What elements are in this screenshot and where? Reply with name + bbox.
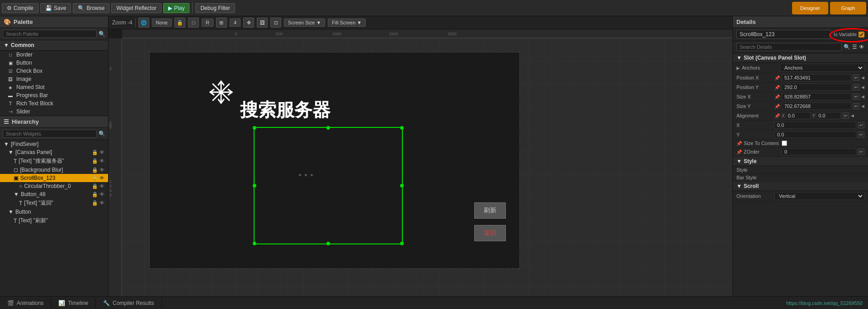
bottom-url[interactable]: https://blog.csdn.net/qq_52269550	[786, 300, 868, 306]
position-y-input[interactable]	[782, 84, 851, 91]
handle-top[interactable]	[326, 126, 330, 130]
debug-filter-button[interactable]: Debug Filter	[195, 3, 235, 13]
palette-search-input[interactable]	[3, 30, 97, 38]
lock-vp-btn[interactable]: 🔒	[175, 18, 185, 28]
anchors-dropdown[interactable]: Anchors	[780, 64, 864, 72]
item-icons: 🔒 👁	[92, 175, 104, 181]
bar-style-label: Bar Style	[736, 175, 773, 180]
handle-right[interactable]	[400, 184, 404, 187]
handle-left[interactable]	[253, 184, 256, 187]
hierarchy-item-scrollbox[interactable]: ▣ ScrollBox_123 🔒 👁	[0, 174, 108, 182]
palette-item-button[interactable]: ▣ Button	[0, 59, 108, 67]
back-button[interactable]: 返回	[474, 225, 506, 241]
alignment-label: Alignment	[736, 113, 773, 118]
none-btn[interactable]: None	[152, 19, 172, 27]
reset-zorder-btn[interactable]: ↩	[858, 149, 864, 155]
alignment-y-input[interactable]	[816, 112, 841, 119]
y-input[interactable]	[774, 131, 856, 138]
hierarchy-item-text-search[interactable]: T [Text] "搜索服务器" 🔒 👁	[0, 156, 108, 166]
position-x-input[interactable]	[782, 74, 851, 81]
text-icon: T	[14, 218, 17, 224]
square-btn[interactable]: □	[188, 18, 199, 28]
save-button[interactable]: 💾 Save	[40, 3, 71, 13]
move-btn[interactable]: ✥	[243, 18, 254, 28]
globe-btn[interactable]: 🌐	[138, 18, 149, 28]
hierarchy-item-circular-throbber[interactable]: ○ CircularThrobber_0 🔒 👁	[0, 182, 108, 190]
compile-button[interactable]: ⚙ Compile	[2, 3, 38, 13]
handle-tr[interactable]	[400, 126, 404, 130]
img-btn[interactable]: 🖼	[257, 18, 268, 28]
grid-btn[interactable]: ⊞	[216, 18, 227, 28]
reset-align-btn[interactable]: ↩	[843, 112, 849, 119]
reset-y-btn[interactable]: ↩	[858, 131, 864, 138]
scrollbox-icon: ▣	[14, 175, 19, 181]
x-input[interactable]	[774, 122, 856, 129]
size-to-content-checkbox[interactable]	[782, 140, 787, 146]
svg-text:0: 0	[109, 66, 112, 71]
pin-icon: 📌	[774, 85, 780, 90]
fill-screen-btn[interactable]: Fill Screen ▼	[328, 19, 366, 27]
img2-btn[interactable]: ⊡	[270, 18, 281, 28]
hierarchy-item-bg-blur[interactable]: ◻ [Background Blur] 🔒 👁	[0, 166, 108, 174]
position-y-value: 📌 ↩ ◀	[774, 84, 864, 91]
reset-py-btn[interactable]: ↩	[853, 84, 859, 90]
compiler-results-tab[interactable]: 🔧 Compiler Results	[96, 298, 161, 308]
palette-item-image[interactable]: 🖼 Image	[0, 75, 108, 83]
size-y-input[interactable]	[782, 103, 851, 110]
screen-size-btn[interactable]: Screen Size ▼	[284, 19, 325, 27]
size-x-input[interactable]	[782, 93, 851, 100]
reset-sy-btn[interactable]: ↩	[853, 103, 859, 109]
hierarchy-item-text-refresh[interactable]: T [Text] "刷新"	[0, 216, 108, 225]
search-details-input[interactable]	[736, 43, 842, 51]
alignment-x-input[interactable]	[786, 112, 811, 119]
reset-x-btn[interactable]: ↩	[858, 122, 864, 128]
hierarchy-search-row: 🔍	[0, 128, 108, 140]
palette-item-named-slot[interactable]: ◈ Named Slot	[0, 83, 108, 91]
handle-bottom[interactable]	[326, 242, 330, 245]
palette-item-border[interactable]: □ Border	[0, 51, 108, 59]
reset-sx-btn[interactable]: ↩	[853, 94, 859, 100]
handle-bl[interactable]	[253, 242, 256, 245]
x-label: X	[736, 122, 773, 128]
details-title: Details	[736, 19, 756, 25]
is-variable-checkbox[interactable]	[859, 32, 864, 37]
handle-br[interactable]	[400, 242, 404, 245]
svg-text:2: 2	[109, 184, 112, 188]
hierarchy-item-button48[interactable]: ▼ Button_48 🔒 👁	[0, 190, 108, 198]
zorder-input[interactable]	[782, 148, 856, 155]
reset-px-btn[interactable]: ↩	[853, 75, 859, 81]
size-y-row: Size Y 📌 ↩ ◀	[733, 102, 868, 111]
x-value: ↩	[774, 122, 864, 129]
number-btn[interactable]: 4	[230, 19, 241, 27]
animations-icon: 🎬	[7, 300, 14, 306]
orientation-dropdown[interactable]: Vertical	[774, 192, 864, 200]
animations-tab[interactable]: 🎬 Animations	[0, 298, 51, 308]
timeline-tab[interactable]: 📊 Timeline	[51, 298, 96, 308]
eye-details-icon[interactable]: 👁	[859, 44, 864, 50]
hierarchy-item-findsever[interactable]: ▼ [FindSever]	[0, 140, 108, 148]
hierarchy-item-button[interactable]: ▼ Button	[0, 208, 108, 216]
r-btn[interactable]: R	[202, 19, 213, 27]
palette-item-rich-text[interactable]: T Rich Text Block	[0, 99, 108, 108]
hierarchy-item-canvas-panel[interactable]: ▼ [Canvas Panel] 🔒 👁	[0, 148, 108, 156]
handle-tl[interactable]	[253, 126, 256, 130]
widget-reflector-button[interactable]: Widget Reflector	[111, 3, 161, 13]
palette-item-slider[interactable]: ⊣ Slider	[0, 108, 108, 116]
hierarchy-item-text-back[interactable]: T [Text] "返回" 🔒 👁	[0, 198, 108, 208]
designer-button[interactable]: Designer	[792, 2, 828, 14]
refresh-button[interactable]: 刷新	[474, 202, 506, 219]
widget-name-input[interactable]	[736, 30, 831, 39]
browse-button[interactable]: 🔍 Browse	[73, 3, 109, 13]
palette-item-progress-bar[interactable]: ▬ Progress Bar	[0, 91, 108, 99]
scroll-expand-icon: ▼	[736, 183, 742, 189]
play-button[interactable]: ▶ Play	[163, 3, 189, 13]
palette-item-checkbox[interactable]: ☑ Check Box	[0, 67, 108, 75]
graph-button[interactable]: Graph	[830, 2, 866, 14]
hierarchy-search-input[interactable]	[3, 130, 97, 138]
scrollbox-widget[interactable]	[254, 127, 403, 244]
blur-icon: ◻	[14, 167, 18, 173]
orientation-row: Orientation Vertical	[733, 191, 868, 201]
arrow-icon: ◀	[861, 85, 864, 89]
search-details-icon[interactable]: 🔍	[844, 44, 850, 50]
filter-icon[interactable]: ☰	[852, 44, 857, 50]
